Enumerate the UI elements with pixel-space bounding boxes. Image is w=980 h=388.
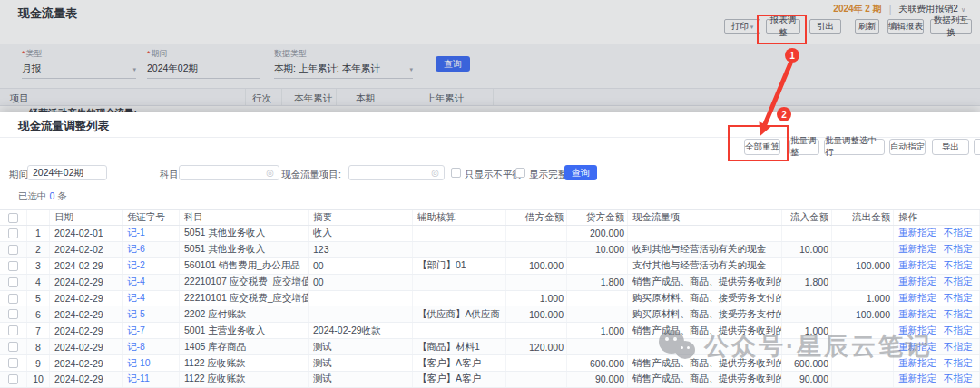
- cell-credit-amount: 1.000: [567, 323, 628, 338]
- voucher-link[interactable]: 记-7: [127, 325, 145, 337]
- picker-icon[interactable]: ◎: [266, 169, 274, 178]
- cell-credit-amount: [567, 291, 628, 306]
- unassign-link[interactable]: 不指定: [944, 357, 973, 370]
- voucher-link[interactable]: 记-6: [127, 243, 145, 256]
- cell-date: 2024-02-29: [50, 306, 122, 322]
- cell-actions: 重新指定不指定: [894, 242, 980, 257]
- cell-row-number: 9: [27, 355, 50, 371]
- cell-cash-flow-item: 收到其他与经营活动有关的现金: [628, 242, 782, 257]
- row-checkbox[interactable]: [8, 245, 18, 255]
- cash-item-input[interactable]: ◎: [348, 165, 445, 180]
- reassign-link[interactable]: 重新指定: [898, 325, 936, 337]
- cell-outflow-amount: [832, 355, 894, 371]
- unassign-link[interactable]: 不指定: [944, 308, 973, 321]
- cell-outflow-amount: 1.000: [832, 291, 894, 306]
- cell-credit-amount: [567, 258, 628, 274]
- reassign-link[interactable]: 重新指定: [898, 227, 936, 239]
- cell-voucher-no: 记-4: [122, 275, 180, 290]
- toolbar-partial-button[interactable]: [974, 139, 980, 155]
- cell-inflow-amount: 1.800: [782, 275, 832, 290]
- reassign-link[interactable]: 重新指定: [898, 243, 936, 256]
- row-checkbox[interactable]: [8, 374, 18, 384]
- cell-summary: 测试: [309, 372, 413, 387]
- voucher-link[interactable]: 记-2: [127, 259, 145, 272]
- unassign-link[interactable]: 不指定: [944, 341, 973, 354]
- unassign-link[interactable]: 不指定: [944, 373, 973, 385]
- cell-cash-flow-item: [628, 339, 782, 354]
- cell-inflow-amount: [782, 258, 832, 274]
- reassign-link[interactable]: 重新指定: [898, 292, 936, 305]
- cell-debit-amount: [506, 323, 567, 338]
- table-row: 32024-02-29记-2560101 销售费用_办公用品00【部门】0110…: [0, 258, 980, 275]
- reassign-link[interactable]: 重新指定: [898, 259, 936, 272]
- cell-actions: 重新指定不指定: [894, 291, 980, 306]
- cell-voucher-no: 记-7: [122, 323, 180, 338]
- recalculate-all-button[interactable]: 全部重算: [744, 139, 780, 155]
- cell-outflow-amount: [832, 226, 894, 241]
- cell-summary: 测试: [309, 355, 413, 371]
- batch-adjust-selected-button[interactable]: 批量调整选中行: [824, 139, 885, 155]
- batch-adjust-button[interactable]: 批量调整: [789, 139, 819, 155]
- cell-row-number: 10: [27, 372, 50, 387]
- cell-account: 1405 库存商品: [180, 339, 309, 354]
- cell-cash-flow-item: 购买原材料、商品、接受劳务支付的现金: [628, 306, 782, 322]
- cell-auxiliary: [413, 323, 506, 338]
- reassign-link[interactable]: 重新指定: [898, 341, 936, 354]
- dialog-query-button[interactable]: 查询: [564, 165, 597, 180]
- unassign-link[interactable]: 不指定: [944, 259, 973, 272]
- voucher-link[interactable]: 记-8: [127, 341, 145, 354]
- unbalanced-checkbox[interactable]: [451, 168, 461, 178]
- row-checkbox[interactable]: [8, 358, 18, 368]
- voucher-link[interactable]: 记-11: [127, 373, 150, 385]
- picker-icon[interactable]: ◎: [431, 169, 439, 178]
- reassign-link[interactable]: 重新指定: [898, 373, 936, 385]
- reassign-link[interactable]: 重新指定: [898, 357, 936, 370]
- export-button[interactable]: 导出: [932, 139, 969, 155]
- cell-debit-amount: [506, 372, 567, 387]
- unassign-link[interactable]: 不指定: [944, 292, 973, 305]
- cell-voucher-no: 记-5: [122, 306, 180, 322]
- select-all-checkbox[interactable]: [8, 213, 18, 223]
- table-row: 62024-02-29记-52202 应付账款【供应商】A供应商100.000购…: [0, 306, 980, 323]
- cell-inflow-amount: 1.000: [782, 323, 832, 338]
- cell-account: 560101 销售费用_办公用品: [180, 258, 309, 274]
- voucher-link[interactable]: 记-5: [127, 308, 145, 321]
- unassign-link[interactable]: 不指定: [944, 325, 973, 337]
- cell-voucher-no: 记-2: [122, 258, 180, 274]
- cell-inflow-amount: [782, 306, 832, 322]
- unassign-link[interactable]: 不指定: [944, 243, 973, 256]
- voucher-link[interactable]: 记-4: [127, 276, 145, 288]
- voucher-link[interactable]: 记-1: [127, 227, 145, 239]
- table-row: 92024-02-29记-101122 应收账款测试【客户】A客户600.000…: [0, 355, 980, 372]
- cell-auxiliary: [413, 275, 506, 290]
- dialog-period-input[interactable]: 2024年02期: [27, 165, 107, 180]
- cell-outflow-amount: [832, 275, 894, 290]
- cell-date: 2024-02-29: [50, 372, 122, 387]
- table-row: 12024-02-01记-15051 其他业务收入收入200.000重新指定不指…: [0, 226, 980, 242]
- table-row: 22024-02-02记-65051 其他业务收入12310.000收到其他与经…: [0, 242, 980, 258]
- cell-actions: 重新指定不指定: [894, 275, 980, 290]
- header-actions: 操作: [894, 210, 980, 225]
- row-checkbox[interactable]: [8, 294, 18, 304]
- row-checkbox[interactable]: [8, 277, 18, 287]
- cell-account: 1122 应收账款: [180, 372, 309, 387]
- row-checkbox[interactable]: [8, 261, 18, 271]
- app-root: 现金流量表 2024年 2 期 | 关联费用报销2 ∨ 打印 ▾ 报表调整 引出…: [0, 0, 980, 388]
- cell-outflow-amount: [832, 242, 894, 257]
- row-checkbox[interactable]: [8, 325, 18, 335]
- auto-assign-button[interactable]: 自动指定: [889, 139, 926, 155]
- cell-actions: 重新指定不指定: [894, 339, 980, 354]
- reassign-link[interactable]: 重新指定: [898, 276, 936, 288]
- row-checkbox[interactable]: [8, 342, 18, 352]
- unbalanced-checkbox-label[interactable]: 只显示不平衡: [465, 169, 522, 181]
- subject-input[interactable]: ◎: [179, 165, 279, 180]
- unassign-link[interactable]: 不指定: [944, 276, 973, 288]
- voucher-link[interactable]: 记-4: [127, 292, 145, 305]
- full-voucher-checkbox[interactable]: [515, 168, 525, 178]
- voucher-link[interactable]: 记-10: [127, 357, 151, 370]
- unassign-link[interactable]: 不指定: [944, 227, 973, 239]
- row-checkbox[interactable]: [8, 228, 18, 238]
- cell-auxiliary: 【客户】A客户: [413, 355, 506, 371]
- reassign-link[interactable]: 重新指定: [898, 308, 936, 321]
- row-checkbox[interactable]: [8, 309, 18, 319]
